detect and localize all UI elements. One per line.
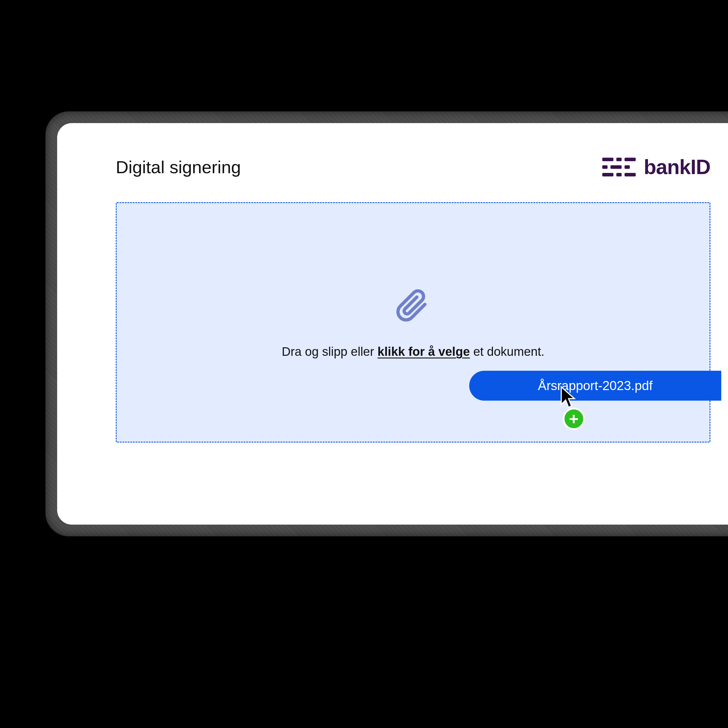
plus-icon: + [563, 408, 585, 430]
dropzone-text-before: Dra og slipp eller [281, 345, 378, 358]
brand-mark-icon [602, 158, 636, 176]
dragged-file-pill[interactable]: Årsrapport-2023.pdf [469, 371, 721, 401]
cursor-arrow-icon [560, 385, 577, 409]
dragged-file-name: Årsrapport-2023.pdf [538, 378, 652, 393]
device-frame: Digital signering bankID Dra og slipp el… [46, 112, 728, 536]
dropzone-instruction: Dra og slipp eller klikk for å velge et … [281, 345, 544, 359]
dropzone-click-link[interactable]: klikk for å velge [378, 345, 470, 358]
app-screen: Digital signering bankID Dra og slipp el… [57, 123, 728, 525]
paperclip-icon [396, 286, 431, 327]
header: Digital signering bankID [116, 155, 710, 179]
dropzone-text-after: et dokument. [470, 345, 544, 358]
brand-text: bankID [644, 155, 710, 179]
brand-logo: bankID [602, 155, 710, 179]
file-dropzone[interactable]: Dra og slipp eller klikk for å velge et … [116, 202, 710, 442]
page-title: Digital signering [116, 157, 241, 177]
drag-cursor: + [560, 385, 585, 430]
